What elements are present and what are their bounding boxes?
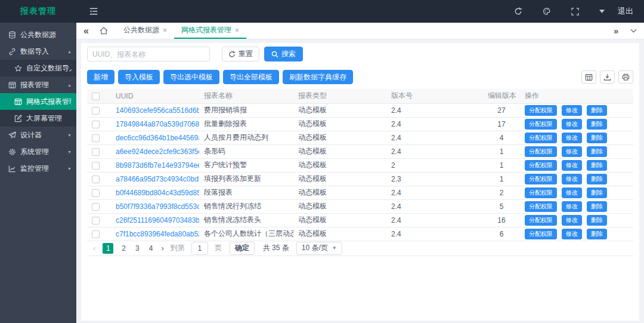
sidebar-item-2[interactable]: 自定义数据导入 [0,60,76,76]
double-chevron-right-icon[interactable]: » [614,26,618,36]
page-number-1[interactable]: 1 [103,243,113,254]
columns-button[interactable] [581,70,596,84]
assign-permission-button[interactable]: 分配权限 [525,174,557,184]
fullscreen-icon[interactable] [571,8,579,16]
edit-button[interactable]: 修改 [562,119,582,130]
page-number-2[interactable]: 2 [122,244,126,253]
row-select-cell [87,103,111,117]
delete-button[interactable]: 删除 [587,215,607,226]
sidebar-item-1[interactable]: 数据导入▲ [0,43,76,60]
refresh-icon[interactable] [514,7,522,16]
uuid-link[interactable]: 17849844a870a539d7068c6d3... [116,120,199,128]
uuid-link[interactable]: 8b9873d6fb7e14e93794ee7fc1... [116,161,199,170]
page-number-3[interactable]: 3 [135,244,140,253]
delete-button[interactable]: 删除 [587,201,607,212]
reset-button[interactable]: 重置 [222,47,259,61]
next-page-icon[interactable]: › [161,244,163,253]
edit-button[interactable]: 修改 [562,174,582,184]
tab-0[interactable]: 公共数据源× [116,23,174,39]
sidebar-item-5[interactable]: 大屏幕管理 [0,110,76,127]
edit-button[interactable]: 修改 [562,146,582,157]
row-checkbox[interactable] [92,230,100,238]
row-checkbox[interactable] [92,121,100,128]
delete-button[interactable]: 删除 [587,119,607,130]
row-checkbox[interactable] [92,134,100,142]
menu-fold-icon[interactable] [89,8,98,15]
delete-button[interactable]: 删除 [587,187,607,198]
sidebar-item-4[interactable]: 网格式报表管理 [0,93,76,110]
toolbar-button-1[interactable]: 导入模板 [118,70,160,84]
assign-permission-button[interactable]: 分配权限 [525,215,557,226]
uuid-link[interactable]: b0f44689bd804c43d59d85871a... [116,189,199,197]
delete-button[interactable]: 删除 [587,105,607,116]
sidebar-item-6[interactable]: 设计器▼ [0,127,76,143]
assign-permission-button[interactable]: 分配权限 [525,201,557,212]
uuid-link[interactable]: b50f7f9336a7993f8cd553ccc22... [116,202,199,211]
toolbar-button-2[interactable]: 导出选中模板 [163,70,219,84]
page-number-4[interactable]: 4 [149,244,153,253]
download-icon [603,73,611,81]
uuid-link[interactable]: dec6cc96d364b1be44569ae18... [116,134,199,142]
prev-page-icon[interactable]: ‹ [93,244,95,253]
row-checkbox[interactable] [92,176,100,183]
assign-permission-button[interactable]: 分配权限 [525,105,557,116]
sidebar-item-8[interactable]: 监控管理▼ [0,160,76,177]
row-checkbox[interactable] [92,203,100,211]
logout-button[interactable]: 退出 [618,6,633,17]
chevron-down-icon[interactable] [630,29,637,33]
uuid-link[interactable]: 140693cefe956ca5516d6b66e2... [116,106,199,115]
edit-button[interactable]: 修改 [562,229,582,239]
confirm-page-button[interactable]: 确定 [230,242,255,255]
select-all-checkbox[interactable] [92,93,100,100]
close-icon[interactable]: × [235,26,239,35]
reset-icon [228,51,236,58]
page-size-select[interactable]: 10 条/页▼ [296,242,342,255]
sidebar-item-0[interactable]: 公共数据源 [0,26,76,43]
assign-permission-button[interactable]: 分配权限 [525,146,557,157]
uuid-link[interactable]: c7f1bcc893964feda80ab52ee0... [116,230,199,238]
theme-icon[interactable] [543,7,551,16]
row-checkbox[interactable] [92,189,100,197]
print-button[interactable] [618,70,633,84]
toolbar-button-3[interactable]: 导出全部模板 [223,70,279,84]
toolbar-button-4[interactable]: 刷新数据字典缓存 [283,70,353,84]
goto-page-input[interactable] [191,242,208,255]
uuid-link[interactable]: a78466a95d73c4934c0bd5d11... [116,175,199,183]
assign-permission-button[interactable]: 分配权限 [525,160,557,171]
home-icon[interactable] [100,23,108,39]
tab-1[interactable]: 网格式报表管理× [174,23,246,39]
table-tool-icons [581,70,633,84]
row-checkbox[interactable] [92,162,100,170]
delete-button[interactable]: 删除 [587,160,607,171]
edit-button[interactable]: 修改 [562,187,582,198]
row-checkbox[interactable] [92,107,100,115]
row-checkbox[interactable] [92,217,100,224]
download-button[interactable] [600,70,615,84]
assign-permission-button[interactable]: 分配权限 [525,133,557,143]
actions-cell: 分配权限修改删除 [520,172,633,186]
delete-button[interactable]: 删除 [587,146,607,157]
collapse-left-icon[interactable]: « [83,23,89,39]
close-icon[interactable]: × [163,26,167,35]
sidebar-item-3[interactable]: 报表管理▲ [0,76,76,93]
edit-button[interactable]: 修改 [562,215,582,226]
assign-permission-button[interactable]: 分配权限 [525,187,557,198]
assign-permission-button[interactable]: 分配权限 [525,229,557,239]
edit-button[interactable]: 修改 [562,105,582,116]
delete-button[interactable]: 删除 [587,174,607,184]
sidebar-item-7[interactable]: 系统管理▼ [0,143,76,160]
edit-button[interactable]: 修改 [562,160,582,171]
edit-button[interactable]: 修改 [562,133,582,143]
search-button[interactable]: 搜索 [264,47,303,61]
uuid-link[interactable]: a6ee924dece2cfe9c363f5c902... [116,147,199,156]
edit-button[interactable]: 修改 [562,201,582,212]
row-select-cell [87,213,111,227]
delete-button[interactable]: 删除 [587,229,607,239]
row-checkbox[interactable] [92,148,100,156]
search-input[interactable] [87,47,210,61]
delete-button[interactable]: 删除 [587,133,607,143]
caret-down-icon[interactable] [599,10,605,13]
uuid-link[interactable]: c26f25111696049703483b7915... [116,216,199,224]
assign-permission-button[interactable]: 分配权限 [525,119,557,130]
toolbar-button-0[interactable]: 新增 [87,70,114,84]
